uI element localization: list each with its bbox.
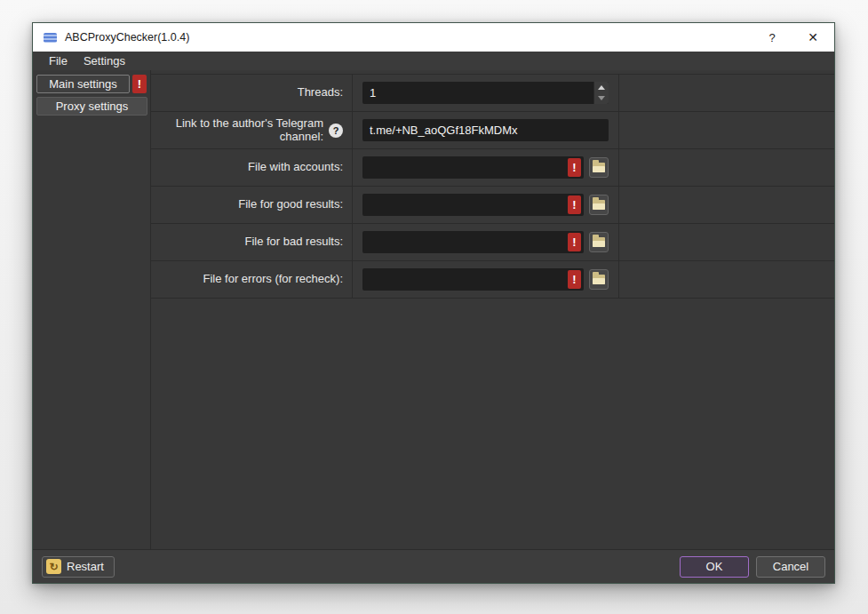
- chevron-up-icon: [598, 85, 605, 90]
- tab-proxy-settings[interactable]: Proxy settings: [36, 97, 147, 116]
- browse-file-button[interactable]: [589, 157, 609, 178]
- empty-cell: [619, 149, 834, 186]
- row-file-errors: File for errors (for recheck): !: [151, 261, 834, 299]
- browse-file-button[interactable]: [589, 269, 609, 290]
- empty-cell: [619, 112, 834, 148]
- app-icon: [44, 33, 57, 43]
- file-good-label: File for good results:: [238, 198, 343, 211]
- file-good-field-cell: !: [353, 187, 619, 223]
- app-window: ABCProxyChecker(1.0.4) ? ✕ File Settings…: [32, 22, 835, 584]
- row-file-bad: File for bad results: !: [151, 224, 834, 261]
- folder-icon: [593, 275, 605, 284]
- file-accounts-label: File with accounts:: [248, 161, 343, 174]
- threads-value[interactable]: 1: [362, 82, 593, 104]
- file-errors-field-cell: !: [353, 261, 619, 298]
- tab-main-settings[interactable]: Main settings: [36, 75, 130, 93]
- threads-field-cell: 1: [353, 75, 619, 111]
- error-badge-icon: !: [568, 233, 581, 251]
- threads-label: Threads:: [298, 86, 343, 100]
- folder-icon: [593, 163, 605, 172]
- threads-spinbox[interactable]: 1: [362, 82, 609, 104]
- file-errors-label-cell: File for errors (for recheck):: [151, 261, 353, 298]
- close-icon[interactable]: ✕: [799, 25, 827, 50]
- file-errors-input[interactable]: !: [362, 268, 584, 291]
- empty-cell: [619, 75, 834, 111]
- empty-cell: [619, 224, 834, 260]
- spin-up-button[interactable]: [594, 82, 609, 93]
- sidebar-row-main-settings: Main settings !: [36, 75, 150, 93]
- file-good-label-cell: File for good results:: [151, 187, 353, 223]
- footer-bar: ↻ Restart OK Cancel: [33, 549, 834, 583]
- error-badge-icon: !: [132, 75, 147, 93]
- file-bad-input[interactable]: !: [362, 231, 584, 253]
- file-accounts-label-cell: File with accounts:: [151, 149, 353, 186]
- error-badge-icon: !: [568, 195, 581, 214]
- threads-spin-buttons: [593, 82, 609, 104]
- telegram-link-input[interactable]: t.me/+NB_aoQGf18FkMDMx: [362, 119, 609, 141]
- sidebar-row-proxy-settings: Proxy settings: [36, 97, 150, 116]
- file-good-input[interactable]: !: [362, 194, 584, 216]
- file-errors-label: File for errors (for recheck):: [203, 273, 343, 286]
- ok-button[interactable]: OK: [680, 556, 749, 578]
- chevron-down-icon: [598, 96, 605, 100]
- row-telegram-link: Link to the author's Telegram channel: ?…: [151, 112, 834, 149]
- main-area: Main settings ! Proxy settings Threads: …: [33, 70, 834, 549]
- restart-label: Restart: [67, 560, 104, 573]
- form-area: Threads: 1: [151, 70, 834, 549]
- row-file-good: File for good results: !: [151, 187, 834, 224]
- telegram-label-cell: Link to the author's Telegram channel: ?: [151, 112, 353, 148]
- window-title: ABCProxyChecker(1.0.4): [65, 31, 189, 44]
- spin-down-button[interactable]: [594, 93, 609, 105]
- telegram-label: Link to the author's Telegram channel:: [151, 117, 323, 144]
- file-bad-label: File for bad results:: [244, 235, 343, 249]
- browse-file-button[interactable]: [589, 232, 609, 252]
- folder-icon: [593, 237, 605, 247]
- titlebar: ABCProxyChecker(1.0.4) ? ✕: [33, 23, 834, 52]
- browse-file-button[interactable]: [589, 195, 609, 215]
- file-accounts-input[interactable]: !: [362, 156, 584, 179]
- file-bad-field-cell: !: [353, 224, 619, 260]
- empty-cell: [619, 261, 834, 298]
- sidebar: Main settings ! Proxy settings: [33, 70, 151, 549]
- menu-settings[interactable]: Settings: [76, 53, 133, 68]
- folder-icon: [593, 200, 605, 210]
- menubar: File Settings: [33, 52, 834, 70]
- error-badge-icon: !: [568, 270, 581, 289]
- help-button[interactable]: ?: [758, 25, 786, 50]
- menu-file[interactable]: File: [41, 53, 76, 68]
- error-badge-icon: !: [568, 158, 581, 177]
- restart-icon: ↻: [46, 559, 61, 574]
- empty-cell: [619, 187, 834, 223]
- question-circle-icon[interactable]: ?: [329, 124, 343, 138]
- row-threads: Threads: 1: [151, 75, 834, 112]
- row-file-accounts: File with accounts: !: [151, 149, 834, 187]
- file-accounts-field-cell: !: [353, 149, 619, 186]
- restart-button[interactable]: ↻ Restart: [42, 556, 115, 578]
- cancel-button[interactable]: Cancel: [756, 556, 825, 578]
- threads-label-cell: Threads:: [151, 75, 353, 111]
- form-grid: Threads: 1: [151, 74, 834, 299]
- file-bad-label-cell: File for bad results:: [151, 224, 353, 260]
- telegram-field-cell: t.me/+NB_aoQGf18FkMDMx: [353, 112, 619, 148]
